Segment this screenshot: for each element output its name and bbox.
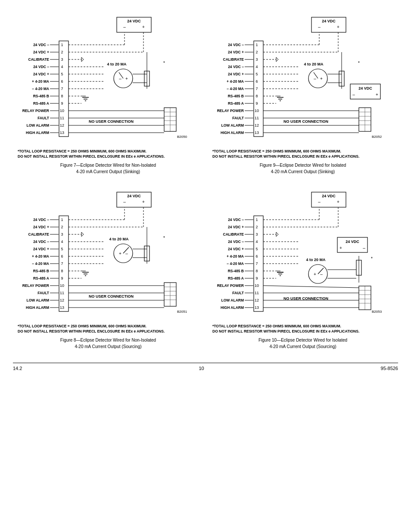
svg-text:7: 7 [61,261,63,266]
svg-rect-127 [254,41,263,137]
svg-text:FAULT: FAULT [37,291,50,295]
svg-text:24 VDC +: 24 VDC + [33,247,49,251]
svg-text:2: 2 [61,50,63,54]
svg-text:24 VDC –: 24 VDC – [33,240,49,244]
fig9-caption: Figure 9—Eclipse Detector Wired for Isol… [260,162,346,175]
svg-text:8: 8 [61,94,63,98]
svg-text:4: 4 [255,65,258,69]
fig10-note: *TOTAL LOOP RESISTANCE = 250 OHMS MINIMU… [212,324,393,334]
svg-text:4: 4 [61,240,63,244]
svg-text:1: 1 [255,43,258,47]
svg-rect-299 [254,216,263,311]
svg-text:2: 2 [61,225,63,229]
svg-text:13: 13 [255,131,259,135]
svg-text:CALIBRATE: CALIBRATE [223,57,244,62]
svg-marker-305 [276,232,278,236]
svg-text:+ 4-20 MA: + 4-20 MA [227,79,244,84]
svg-text:– 4-20 MA: – 4-20 MA [32,87,49,91]
svg-text:24 VDC –: 24 VDC – [228,240,244,244]
svg-text:+: + [337,25,339,29]
svg-text:FAULT: FAULT [232,291,244,295]
svg-text:NO USER CONNECTION: NO USER CONNECTION [89,294,134,299]
svg-text:–: – [314,76,316,81]
svg-text:7: 7 [255,261,258,266]
svg-line-338 [263,286,359,288]
svg-text:6: 6 [255,254,258,258]
svg-text:24 VDC –: 24 VDC – [228,43,244,47]
fig8-caption: Figure 8—Eclipse Detector Wired for Non-… [60,337,156,350]
svg-text:24 VDC: 24 VDC [322,19,336,23]
svg-text:10: 10 [255,109,259,113]
svg-rect-215 [59,216,68,311]
svg-text:– 4-20 MA: – 4-20 MA [32,261,49,266]
svg-text:B2052: B2052 [372,135,382,139]
fig7-note: *TOTAL LOOP RESISTANCE = 250 OHMS MINIMU… [18,149,199,159]
svg-text:RS-485 B: RS-485 B [228,269,244,273]
footer-center: 10 [199,366,204,371]
svg-text:12: 12 [255,298,259,302]
svg-text:7: 7 [255,87,258,91]
svg-text:10: 10 [60,283,64,288]
svg-text:8: 8 [61,269,63,273]
svg-text:LOW ALARM: LOW ALARM [221,123,244,128]
svg-text:1: 1 [255,218,258,222]
figure-7-cell: 24 VDC – + 24 VDC – 1 24 VDC + 2 CALIBRA… [13,9,203,179]
svg-text:–: – [320,272,323,277]
svg-text:12: 12 [60,298,64,302]
svg-text:24 VDC –: 24 VDC – [228,65,244,69]
svg-text:RS-485 B: RS-485 B [228,94,244,98]
fig10-caption: Figure 10—Eclipse Detector Wired for Iso… [258,337,347,350]
svg-text:4 to 20 MA: 4 to 20 MA [109,237,129,241]
svg-text:*: * [163,236,165,240]
svg-text:7: 7 [61,87,63,91]
svg-text:24 VDC –: 24 VDC – [33,218,49,222]
figure-9-svg: 24 VDC – + 24 VDC – 1 24 VDC + 2 CALIBRA… [212,13,393,146]
svg-text:4 to 20 MA: 4 to 20 MA [306,258,326,262]
svg-text:NO USER CONNECTION: NO USER CONNECTION [283,119,328,124]
svg-text:RELAY POWER: RELAY POWER [22,283,49,288]
svg-text:24 VDC +: 24 VDC + [228,72,244,76]
svg-text:24 VDC: 24 VDC [127,194,141,198]
svg-text:3: 3 [61,232,63,236]
svg-text:CALIBRATE: CALIBRATE [28,232,50,236]
svg-text:*: * [163,61,165,65]
svg-text:+: + [125,76,128,81]
svg-text:B2053: B2053 [372,310,382,314]
svg-text:CALIBRATE: CALIBRATE [223,232,244,236]
svg-text:10: 10 [255,283,259,288]
svg-text:12: 12 [60,123,64,128]
figure-8-cell: 24 VDC – + 24 VDC – 1 24 VDC + 2 CALIBRA… [13,184,203,354]
svg-marker-221 [81,232,84,236]
svg-text:9: 9 [255,101,258,106]
svg-text:LOW ALARM: LOW ALARM [221,298,244,302]
svg-text:9: 9 [61,101,63,106]
svg-text:24 VDC –: 24 VDC – [228,218,244,222]
figure-10-svg: 24 VDC – + 24 VDC – 1 24 VDC + 2 CALIBRA… [212,188,393,321]
footer-left: 14.2 [13,366,22,371]
svg-text:24 VDC +: 24 VDC + [228,225,244,229]
svg-text:5: 5 [61,72,63,76]
svg-text:+: + [339,246,342,250]
svg-text:FAULT: FAULT [37,116,50,120]
svg-text:RS-485 A: RS-485 A [33,101,49,106]
svg-text:1: 1 [61,43,63,47]
svg-text:5: 5 [255,247,258,251]
svg-text:HIGH ALARM: HIGH ALARM [221,131,244,135]
svg-text:*: * [358,61,360,65]
diagrams-grid: 24 VDC – + 24 VDC – 1 24 VDC + 2 CALIBRA… [13,9,398,354]
svg-text:3: 3 [255,57,258,62]
svg-text:–: – [123,199,126,204]
fig9-note: *TOTAL LOOP RESISTANCE = 250 OHMS MINIMU… [212,149,393,159]
svg-rect-43 [59,41,68,137]
figure-7-svg: 24 VDC – + 24 VDC – 1 24 VDC + 2 CALIBRA… [18,13,199,146]
svg-text:13: 13 [60,305,64,310]
page: 24 VDC – + 24 VDC – 1 24 VDC + 2 CALIBRA… [0,0,411,532]
svg-text:–: – [125,251,128,256]
svg-text:4 to 20 MA: 4 to 20 MA [304,62,324,66]
svg-text:9: 9 [61,276,63,280]
svg-text:11: 11 [60,291,64,295]
svg-marker-49 [81,57,84,62]
svg-text:13: 13 [60,131,64,135]
svg-text:B2051: B2051 [177,310,187,314]
svg-text:2: 2 [255,225,258,229]
